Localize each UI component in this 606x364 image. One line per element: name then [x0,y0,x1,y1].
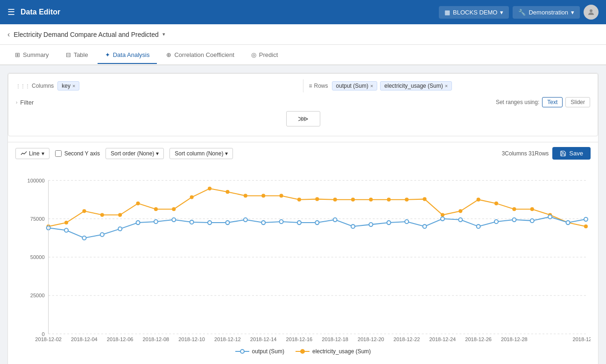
download-button[interactable]: ⋙ [286,111,320,126]
svg-text:2018-12-31: 2018-12-31 [573,336,591,342]
tab-data-analysis[interactable]: ✦ Data Analysis [98,47,157,64]
sort-column-button[interactable]: Sort column (None) ▾ [169,148,233,159]
download-area: ⋙ [16,107,590,130]
svg-point-50 [190,220,194,224]
row-tag-output-close[interactable]: × [370,83,373,89]
svg-point-51 [208,221,211,224]
filter-label-text: Filter [20,99,34,106]
predict-tab-label: Predict [259,51,278,58]
header-right: ▦ BLOCKS DEMO ▾ 🔧 Demonstration ▾ [439,5,599,20]
tab-summary[interactable]: ⊞ Summary [7,47,56,64]
svg-point-15 [118,213,122,217]
svg-text:2018-12-18: 2018-12-18 [322,336,348,342]
svg-point-34 [458,209,462,213]
svg-point-72 [584,217,588,221]
tab-correlation[interactable]: ⊕ Correlation Coefficient [159,47,241,64]
columns-tag-key: key × [57,81,79,91]
sort-order-chevron: ▾ [156,150,159,157]
row-tag-electricity-close[interactable]: × [445,83,448,89]
legend-output-icon [235,349,249,354]
columns-tag-close[interactable]: × [72,83,75,89]
header-left: ☰ Data Editor [7,7,60,17]
svg-point-18 [172,207,176,211]
svg-point-31 [405,198,409,202]
second-y-axis-toggle[interactable]: Second Y axis [55,150,100,157]
text-range-button[interactable]: Text [542,97,563,107]
sort-order-button[interactable]: Sort order (None) ▾ [106,148,164,159]
svg-point-22 [244,194,247,197]
summary-tab-icon: ⊞ [15,51,20,58]
rows-section: ≡ Rows output (Sum) × electricity_usage … [309,81,591,91]
line-chevron: ▾ [42,150,44,157]
svg-point-26 [315,197,319,201]
svg-text:0: 0 [42,331,44,336]
filter-toggle[interactable]: › Filter [16,99,34,106]
predict-tab-icon: ◎ [251,51,256,58]
second-y-axis-checkbox[interactable] [55,150,62,157]
columns-section: ⋮⋮⋮ Columns key × [16,81,297,91]
data-analysis-tab-label: Data Analysis [113,51,150,58]
svg-text:2018-12-22: 2018-12-22 [394,336,420,342]
chart-controls: Line ▾ Second Y axis Sort order (None) ▾… [8,142,598,164]
blocks-demo-chevron: ▾ [500,9,503,16]
rows-tags: output (Sum) × electricity_usage (Sum) × [332,81,590,91]
rows-label: ≡ Rows [309,83,328,89]
svg-point-58 [333,218,337,222]
breadcrumb-dropdown-arrow[interactable]: ▾ [162,31,165,37]
svg-point-30 [387,198,391,202]
slider-range-button[interactable]: Slider [565,97,590,107]
demonstration-label: Demonstration [528,9,568,16]
svg-point-67 [494,220,498,224]
svg-point-90 [240,350,244,353]
blocks-demo-button[interactable]: ▦ BLOCKS DEMO ▾ [439,6,509,19]
columns-icon: ⋮⋮⋮ [16,84,30,89]
svg-point-59 [351,224,355,228]
svg-point-27 [333,198,337,202]
chart-wrap: .grid-line { stroke: #d0d0d0; stroke-das… [15,171,591,343]
svg-point-48 [154,220,158,224]
columns-tags: key × [57,81,297,91]
svg-point-68 [512,218,516,222]
svg-point-36 [494,202,498,205]
section-divider [303,79,303,92]
svg-point-25 [297,198,301,202]
chart-svg: .grid-line { stroke: #d0d0d0; stroke-das… [15,171,591,343]
svg-text:2018-12-28: 2018-12-28 [501,336,528,342]
svg-point-65 [458,218,462,222]
hamburger-menu[interactable]: ☰ [7,7,15,17]
svg-text:2018-12-08: 2018-12-08 [143,336,169,342]
svg-text:2018-12-16: 2018-12-16 [286,336,313,342]
demonstration-chevron: ▾ [571,9,574,16]
chart-controls-right: 3Columns 31Rows Save [502,147,591,160]
svg-text:100000: 100000 [28,178,45,183]
sort-column-chevron: ▾ [225,150,228,157]
rows-icon: ≡ [309,83,312,89]
legend-electricity: electricity_usage (Sum) [296,348,371,355]
legend-electricity-icon [296,349,310,354]
filter-row: ⋮⋮⋮ Columns key × ≡ Rows [16,79,590,92]
chart-type-button[interactable]: Line ▾ [15,148,49,159]
row-tag-electricity: electricity_usage (Sum) × [380,81,452,91]
svg-text:2018-12-04: 2018-12-04 [71,336,98,342]
svg-text:2018-12-10: 2018-12-10 [178,336,205,342]
breadcrumb-back-button[interactable]: ‹ [7,30,10,39]
svg-point-14 [100,213,104,217]
avatar[interactable] [584,5,599,20]
tool-icon: 🔧 [518,9,526,16]
tab-predict[interactable]: ◎ Predict [244,47,285,64]
app-title: Data Editor [21,8,60,16]
filter-area: ⋮⋮⋮ Columns key × ≡ Rows [8,73,598,136]
svg-point-63 [423,224,426,228]
svg-point-47 [136,221,140,224]
chart-controls-left: Line ▾ Second Y axis Sort order (None) ▾… [15,148,494,159]
svg-point-64 [441,217,444,221]
demonstration-button[interactable]: 🔧 Demonstration ▾ [513,6,580,19]
main-content: ⋮⋮⋮ Columns key × ≡ Rows [0,65,606,364]
svg-text:2018-12-20: 2018-12-20 [358,336,384,342]
sort-order-label: Sort order (None) [111,150,154,157]
correlation-tab-icon: ⊕ [166,51,171,58]
tab-table[interactable]: ⊟ Table [58,47,96,64]
blocks-demo-label: BLOCKS DEMO [453,9,497,16]
save-button[interactable]: Save [552,147,591,160]
chart-legend: output (Sum) electricity_usage (Sum) [15,343,591,357]
